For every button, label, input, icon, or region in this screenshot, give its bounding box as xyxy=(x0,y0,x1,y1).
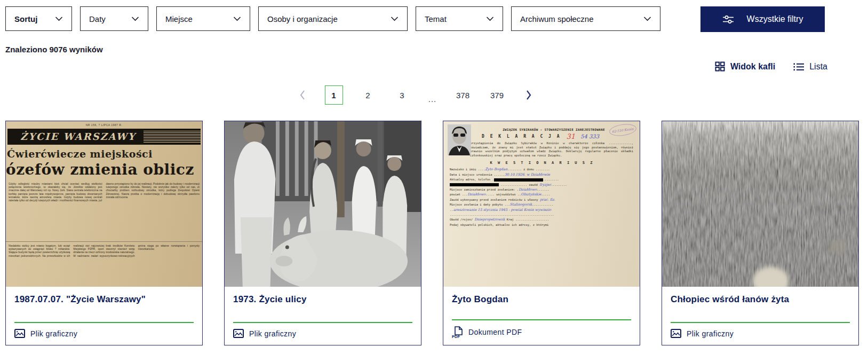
all-filters-label: Wszystkie filtry xyxy=(747,14,803,24)
all-filters-button[interactable]: Wszystkie filtry xyxy=(700,6,825,32)
document-red-number: 31 xyxy=(567,134,576,139)
document-blue-number: 54 333 xyxy=(580,134,599,139)
pagination: 1 2 3 ... 378 379 xyxy=(5,85,825,105)
newspaper-body-columns: Gdyby odległość między miastami ktoś chc… xyxy=(6,182,202,242)
list-view-icon xyxy=(793,62,804,71)
pdf-file-icon: PDF xyxy=(452,326,463,338)
document-form-lines: Nazwisko i imię ....Żyto Bogdan........ … xyxy=(450,167,634,227)
svg-text:PDF: PDF xyxy=(452,334,460,339)
document-intro-paragraph: przystąpienia do Związku Sybiraków w Kon… xyxy=(470,141,633,158)
filter-dropdown-temat[interactable]: Temat xyxy=(416,6,503,31)
filter-label: Archiwum społeczne xyxy=(520,14,594,23)
result-title[interactable]: 1987.07.07. "Życie Warszawy" xyxy=(14,294,194,305)
result-type-label: Dokument PDF xyxy=(468,328,522,336)
green-separator xyxy=(671,322,850,323)
chevron-down-icon xyxy=(233,17,241,21)
result-card-zycie-warszawy[interactable]: NR 156, 7 LIPCA 1987 R. ŻYCIE WARSZAWY Ć… xyxy=(5,121,203,345)
result-type-label: Plik graficzny xyxy=(249,329,296,338)
newspaper-thumbnail[interactable]: NR 156, 7 LIPCA 1987 R. ŻYCIE WARSZAWY Ć… xyxy=(6,121,202,287)
pagination-page-2[interactable]: 2 xyxy=(359,85,377,105)
search-results-page: Sortuj Daty Miejsce Osoby i organizacje … xyxy=(0,0,868,345)
pagination-page-1[interactable]: 1 xyxy=(325,85,343,105)
view-toggle-list[interactable]: Lista xyxy=(793,62,827,72)
chevron-down-icon xyxy=(643,17,651,21)
tiles-view-label: Widok kafli xyxy=(730,62,775,72)
result-type-label: Plik graficzny xyxy=(687,329,734,338)
result-type: Plik graficzny xyxy=(14,329,194,338)
chevron-down-icon xyxy=(391,17,399,21)
green-separator xyxy=(14,322,194,323)
result-type-label: Plik graficzny xyxy=(30,329,77,338)
filter-dropdown-daty[interactable]: Daty xyxy=(80,6,148,31)
list-view-label: Lista xyxy=(809,62,827,72)
result-type: PDF Dokument PDF xyxy=(452,326,631,338)
result-card-zycie-ulicy[interactable]: 1973. Życie ulicy Plik graficzny xyxy=(224,121,421,345)
document-questionnaire-heading: K W E S T I O N A R I U S Z xyxy=(450,161,634,165)
document-title: D E K L A R A C J A xyxy=(482,134,561,139)
pagination-next-icon[interactable] xyxy=(522,88,535,102)
results-count: Znaleziono 9076 wyników xyxy=(5,45,868,54)
result-type: Plik graficzny xyxy=(233,329,412,338)
document-portrait-photo xyxy=(448,124,471,155)
green-separator xyxy=(452,319,631,320)
document-org-header: ZWIĄZEK SYBIRAKÓW - STOWARZYSZENIE ZAREJ… xyxy=(475,128,632,131)
result-type: Plik graficzny xyxy=(671,329,850,338)
filter-dropdown-miejsce[interactable]: Miejsce xyxy=(156,6,250,31)
filter-dropdown-osoby-i-organizacje[interactable]: Osoby i organizacje xyxy=(258,6,408,31)
filter-dropdown-sortuj[interactable]: Sortuj xyxy=(5,6,72,31)
filter-label: Sortuj xyxy=(14,14,37,23)
results-grid: NR 156, 7 LIPCA 1987 R. ŻYCIE WARSZAWY Ć… xyxy=(5,121,863,345)
result-title[interactable]: Żyto Bogdan xyxy=(452,294,631,305)
view-toggle-tiles[interactable]: Widok kafli xyxy=(715,61,775,72)
pagination-page-3[interactable]: 3 xyxy=(393,85,411,105)
filter-label: Osoby i organizacje xyxy=(267,14,338,23)
rye-field-thumbnail[interactable] xyxy=(662,121,858,287)
newspaper-headline-top: Ćwierćwiecze miejskości xyxy=(7,148,199,160)
filter-label: Temat xyxy=(425,14,447,23)
pagination-prev-icon[interactable] xyxy=(296,88,309,102)
pagination-ellipsis: ... xyxy=(427,95,438,105)
result-card-zyto-bogdan[interactable]: 62-510 Konin ZWIĄZEK SYBIRAKÓW - STOWARZ… xyxy=(443,121,640,345)
chevron-down-icon xyxy=(131,17,139,21)
document-thumbnail[interactable]: 62-510 Konin ZWIĄZEK SYBIRAKÓW - STOWARZ… xyxy=(443,121,640,287)
street-photo-thumbnail[interactable] xyxy=(225,121,421,287)
green-separator xyxy=(233,322,412,323)
newspaper-dateline: NR 156, 7 LIPCA 1987 R. xyxy=(6,121,202,128)
sliders-icon xyxy=(722,15,734,24)
filter-dropdown-archiwum-spoleczne[interactable]: Archiwum społeczne xyxy=(511,6,660,31)
result-title[interactable]: 1973. Życie ulicy xyxy=(233,294,412,305)
result-title[interactable]: Chłopiec wśród łanów żyta xyxy=(671,294,850,305)
image-file-icon xyxy=(671,329,681,338)
pagination-page-378[interactable]: 378 xyxy=(454,85,472,105)
filter-bar: Sortuj Daty Miejsce Osoby i organizacje … xyxy=(5,6,825,32)
result-card-chlopiec-wsrod-lanow[interactable]: Chłopiec wśród łanów żyta Plik graficzny xyxy=(662,121,859,345)
image-file-icon xyxy=(14,329,25,338)
filter-label: Miejsce xyxy=(165,14,193,23)
newspaper-masthead: ŻYCIE WARSZAWY xyxy=(7,129,201,145)
image-file-icon xyxy=(233,329,244,338)
view-toggle: Widok kafli Lista xyxy=(5,61,827,72)
filter-label: Daty xyxy=(89,14,106,23)
newspaper-body-columns-lower: Niedaleko stolicy jest miasto bogatym, l… xyxy=(6,244,202,287)
grid-view-icon xyxy=(715,61,725,72)
newspaper-headline-main: ózefów zmienia oblicz xyxy=(6,161,202,178)
chevron-down-icon xyxy=(486,17,494,21)
pagination-page-379[interactable]: 379 xyxy=(488,85,506,105)
chevron-down-icon xyxy=(55,17,63,21)
